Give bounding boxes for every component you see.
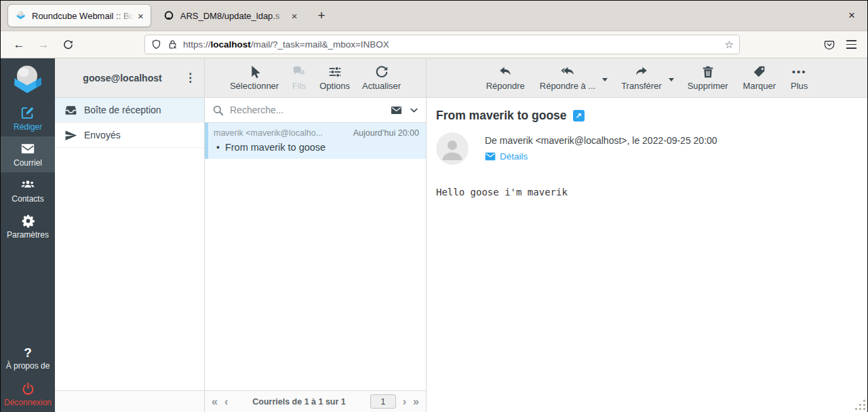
sidebar-item-label: Courriel <box>14 158 42 168</box>
github-icon <box>163 10 175 22</box>
sidebar-item-logout[interactable]: Déconnexion <box>1 376 55 412</box>
folder-inbox[interactable]: Boîte de réception <box>55 98 204 123</box>
forward-icon <box>633 64 650 79</box>
more-button[interactable]: ••• Plus <box>789 64 809 91</box>
reply-all-icon <box>559 64 576 79</box>
options-button[interactable]: Options <box>318 64 351 91</box>
message-date: Aujourd’hui 20:00 <box>353 128 419 138</box>
message-rows: maverik <maverik@localho... Aujourd’hui … <box>205 123 426 390</box>
tag-icon <box>752 64 767 79</box>
search-options-chevron-icon[interactable] <box>409 105 419 115</box>
url-bar[interactable]: https://localhost/mail/?_task=mail&_mbox… <box>144 35 740 54</box>
ellipsis-icon: ••• <box>792 64 807 79</box>
reload-button[interactable] <box>58 35 78 54</box>
reply-icon <box>497 64 513 79</box>
folder-sent[interactable]: Envoyés <box>55 123 204 148</box>
tab-roundcube[interactable]: Roundcube Webmail :: Bo × <box>7 4 151 27</box>
account-name: goose@localhost <box>62 73 183 83</box>
tracking-shield-icon[interactable] <box>151 39 162 50</box>
back-button[interactable]: ← <box>9 35 29 54</box>
tab-github[interactable]: ARS_DM8/update_ldap.s × <box>157 4 304 27</box>
search-scope-icon[interactable] <box>389 104 403 117</box>
message-view: From maverik to goose ↗ De maverik <mave… <box>427 98 867 412</box>
threads-button[interactable]: Fils <box>290 64 309 91</box>
list-toolbar: Sélectionner Fils Options <box>205 58 426 98</box>
pagination-label: Courriels de 1 à 1 sur 1 <box>235 397 363 407</box>
pocket-icon[interactable] <box>823 39 835 51</box>
account-header: goose@localhost ⋮ <box>55 58 204 98</box>
message-subject: From maverik to goose <box>225 142 326 153</box>
window-close-button[interactable]: × <box>843 9 861 22</box>
message-panel: Répondre Répondre à ... Transférer <box>427 58 867 412</box>
compose-icon <box>20 105 35 120</box>
url-text: https://localhost/mail/?_task=mail&_mbox… <box>183 39 720 50</box>
forward-dropdown-caret[interactable] <box>669 78 674 81</box>
unread-dot-icon: • <box>216 142 220 153</box>
message-toolbar: Répondre Répondre à ... Transférer <box>427 58 867 98</box>
sidebar-item-label: À propos de <box>6 361 50 371</box>
lock-warning-icon[interactable] <box>167 39 178 50</box>
roundcube-logo <box>1 58 55 100</box>
search-icon <box>212 104 224 117</box>
message-from-line: De maverik <maverik@localhost>, le 2022-… <box>485 135 717 146</box>
message-sender: maverik <maverik@localho... <box>214 128 323 138</box>
gear-icon <box>21 214 35 228</box>
tab-title: Roundcube Webmail :: Bo <box>32 11 134 21</box>
trash-icon <box>701 64 715 79</box>
kebab-menu-icon[interactable]: ⋮ <box>183 71 197 85</box>
message-row[interactable]: maverik <maverik@localho... Aujourd’hui … <box>205 123 426 159</box>
browser-titlebar: Roundcube Webmail :: Bo × ARS_DM8/update… <box>1 1 867 31</box>
menu-icon[interactable] <box>846 40 856 48</box>
folders-footer <box>55 390 204 412</box>
message-body: Hello goose i'm maverik <box>436 187 858 198</box>
forward-button[interactable]: → <box>33 35 54 54</box>
bookmark-star-icon[interactable]: ☆ <box>725 39 734 51</box>
roundcube-app: Rédiger Courriel Contacts Paramètres <box>1 58 867 412</box>
delete-button[interactable]: Supprimer <box>686 64 730 91</box>
folder-label: Envoyés <box>84 130 121 141</box>
roundcube-favicon-icon <box>15 10 26 22</box>
browser-navbar: ← → https://localhost/mail/?_task=mail&_… <box>1 31 867 58</box>
refresh-button[interactable]: Actualiser <box>361 64 402 91</box>
sidebar-item-contacts[interactable]: Contacts <box>1 172 55 208</box>
message-title: From maverik to goose <box>436 109 567 123</box>
inbox-icon <box>64 104 77 117</box>
sliders-icon <box>328 64 342 79</box>
details-toggle[interactable]: Détails <box>485 151 717 162</box>
open-in-new-window-icon[interactable]: ↗ <box>573 110 585 121</box>
tab-title: ARS_DM8/update_ldap.s <box>180 11 288 21</box>
search-input[interactable] <box>230 105 384 115</box>
envelope-icon <box>485 152 496 161</box>
mark-button[interactable]: Marquer <box>742 64 777 91</box>
sent-icon <box>64 129 77 142</box>
sidebar-item-about[interactable]: ? À propos de <box>1 340 55 376</box>
sidebar-item-label: Paramètres <box>7 230 49 240</box>
last-page-button[interactable]: » <box>413 396 419 407</box>
prev-page-button[interactable]: ‹ <box>224 396 228 407</box>
taskmenu: Rédiger Courriel Contacts Paramètres <box>1 58 55 412</box>
tab-close-icon[interactable]: × <box>138 11 144 21</box>
page-number-input[interactable]: 1 <box>370 394 396 409</box>
folder-label: Boîte de réception <box>84 105 161 115</box>
resize-grip-icon[interactable] <box>855 400 865 410</box>
sidebar-item-label: Rédiger <box>14 122 42 132</box>
reply-all-button[interactable]: Répondre à ... <box>538 64 597 91</box>
sidebar-item-label: Déconnexion <box>4 398 52 407</box>
new-tab-button[interactable]: + <box>310 8 334 23</box>
question-icon: ? <box>24 346 32 359</box>
folders-panel: goose@localhost ⋮ Boîte de réception Env… <box>55 58 205 412</box>
tab-close-icon[interactable]: × <box>292 11 298 21</box>
mail-icon <box>20 141 35 156</box>
first-page-button[interactable]: « <box>212 396 218 407</box>
sidebar-item-mail[interactable]: Courriel <box>1 136 55 172</box>
sidebar-item-settings[interactable]: Paramètres <box>1 208 55 244</box>
forward-button-mail[interactable]: Transférer <box>620 64 663 91</box>
sidebar-item-compose[interactable]: Rédiger <box>1 100 55 136</box>
reply-all-dropdown-caret[interactable] <box>602 78 608 81</box>
select-button[interactable]: Sélectionner <box>229 64 280 91</box>
sender-avatar <box>436 132 469 165</box>
message-list-panel: Sélectionner Fils Options <box>205 58 427 412</box>
browser-window: Roundcube Webmail :: Bo × ARS_DM8/update… <box>0 0 868 412</box>
reply-button[interactable]: Répondre <box>485 64 526 91</box>
next-page-button[interactable]: › <box>403 396 406 407</box>
